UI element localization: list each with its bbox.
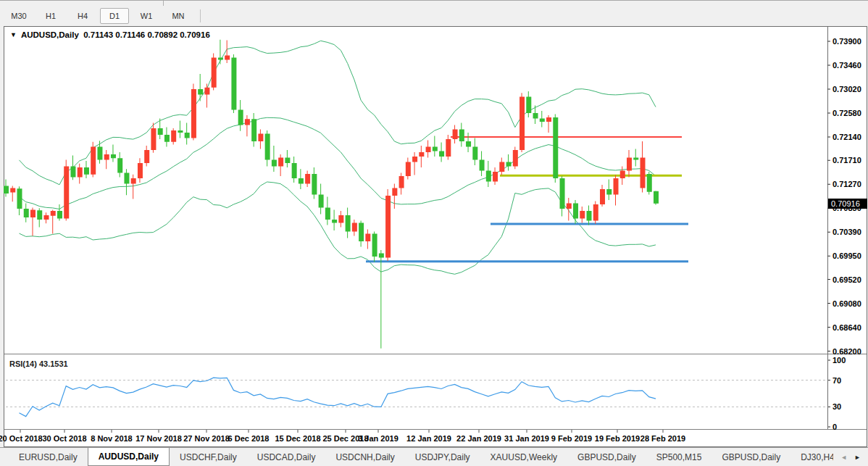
candle-body (57, 211, 62, 219)
chart-dropdown-icon[interactable]: ▼ (10, 31, 17, 38)
candle-body (84, 167, 89, 175)
timeframe-button-h1[interactable]: H1 (36, 8, 65, 24)
tab-scroll-left-icon[interactable]: ◄ (840, 454, 847, 461)
timeframe-button-m30[interactable]: M30 (4, 8, 33, 24)
date-axis-label: 6 Dec 2018 (228, 434, 270, 443)
candle-body (272, 160, 277, 167)
candle-body (587, 211, 592, 221)
candle-body (392, 188, 397, 196)
candle-body (191, 89, 196, 138)
candle-body (238, 110, 243, 125)
candle-body (593, 204, 598, 221)
chart-tab-xauusd-weekly[interactable]: XAUUSD,Weekly (480, 448, 567, 466)
price-axis-label: 0.68640 (832, 323, 861, 332)
price-axis-label: 0.69950 (832, 251, 861, 260)
timeframe-toolbar: M30H1H4D1W1MN (0, 5, 868, 26)
date-axis-label: 28 Feb 2019 (640, 434, 685, 443)
candle-body (319, 195, 324, 208)
price-axis-label: 0.72140 (832, 133, 861, 141)
date-axis-label: 15 Dec 2018 (275, 434, 321, 443)
price-axis-label: 0.71270 (832, 180, 861, 188)
candle-body (406, 162, 411, 177)
candle-body (97, 147, 102, 160)
candle-body (151, 128, 156, 150)
candle-body (231, 58, 236, 110)
candle-body (426, 147, 431, 153)
candle-body (278, 158, 283, 167)
candle-body (43, 215, 49, 220)
chart-tab-gbpusd-daily[interactable]: GBPUSD,Daily (711, 448, 790, 466)
candle-body (439, 151, 444, 157)
tab-scroll-right-icon[interactable]: ► (854, 454, 861, 461)
chart-tab-usdjpy-daily[interactable]: USDJPY,Daily (405, 448, 480, 466)
chart-tab-usdcnh-daily[interactable]: USDCNH,Daily (325, 448, 404, 466)
candle-body (372, 234, 377, 257)
candle-body (352, 223, 357, 232)
candle-body (419, 152, 424, 157)
candle-body (526, 97, 531, 114)
timeframe-button-mn[interactable]: MN (164, 8, 193, 24)
current-price-tag: 0.70916 (828, 199, 867, 209)
candle-body (117, 158, 122, 172)
candle-body (185, 133, 190, 138)
candle-body (365, 234, 370, 242)
chart-title: ▼AUDUSD,Daily 0.71143 0.71146 0.70892 0.… (10, 30, 210, 39)
candle-body (553, 117, 558, 178)
price-axis-label: 0.69520 (832, 275, 861, 284)
rsi-scale-label: 0 (832, 423, 837, 431)
candle-body (265, 134, 270, 160)
trading-terminal-window: M30H1H4D1W1MN 100703000.739000.734600.73… (0, 0, 868, 466)
candle-body (258, 134, 263, 142)
candle-body (124, 173, 129, 184)
candle-body (17, 188, 22, 209)
candle-body (212, 58, 217, 88)
candle-body (627, 158, 632, 171)
candle-body (312, 174, 317, 195)
candle-body (399, 176, 404, 188)
date-axis-label: 3 Jan 2019 (358, 434, 398, 443)
candle-body (24, 209, 29, 217)
chart-tab-strip: EURUSD,DailyAUDUSD,DailyUSDCHF,DailyUSDC… (0, 448, 833, 466)
date-axis-label: 12 Jan 2019 (406, 434, 451, 443)
chart-tab-gbpusd-daily[interactable]: GBPUSD,Daily (567, 448, 646, 466)
candle-body (654, 191, 659, 204)
chart-tab-bar: EURUSD,DailyAUDUSD,DailyUSDCHF,DailyUSDC… (0, 447, 868, 466)
timeframe-button-d1[interactable]: D1 (100, 8, 129, 24)
tab-scroll-arrows: ◄ ► (833, 448, 868, 466)
chart-tab-usdcad-daily[interactable]: USDCAD,Daily (247, 448, 326, 466)
candle-body (640, 158, 646, 188)
candle-body (245, 119, 250, 125)
chart-tab-usdchf-daily[interactable]: USDCHF,Daily (170, 448, 247, 466)
candle-body (459, 130, 464, 142)
candle-body (379, 254, 384, 258)
candle-body (332, 220, 337, 223)
candle-body (225, 56, 230, 60)
chart-tab-audusd-daily[interactable]: AUDUSD,Daily (88, 448, 170, 466)
chart-tab-sp500-m15[interactable]: SP500,M15 (646, 448, 712, 466)
candle-body (560, 178, 565, 209)
candle-body (111, 154, 116, 158)
candle-body (486, 171, 491, 182)
candle-body (37, 210, 42, 220)
candle-body (633, 158, 638, 160)
candle-body (546, 117, 551, 122)
candle-body (204, 88, 209, 95)
candle-body (91, 147, 96, 175)
candle-body (346, 215, 351, 232)
date-axis-label: 27 Nov 2018 (183, 434, 230, 443)
chart-tab-dj30-h4[interactable]: DJ30,H4 (790, 448, 833, 466)
price-axis-label: 0.72580 (832, 109, 861, 117)
chart-tab-eurusd-daily[interactable]: EURUSD,Daily (9, 448, 88, 466)
rsi-indicator-label: RSI(14) 43.1531 (9, 359, 68, 368)
chart-background (4, 27, 867, 446)
timeframe-button-h4[interactable]: H4 (68, 8, 97, 24)
chart-area[interactable]: 100703000.739000.734600.730200.725800.72… (0, 26, 868, 447)
candle-body (620, 171, 625, 179)
chart-symbol-label: AUDUSD,Daily (21, 30, 79, 39)
candle-body (614, 178, 619, 195)
candle-body (251, 119, 256, 141)
timeframe-button-w1[interactable]: W1 (132, 8, 161, 24)
price-axis-label: 0.70390 (832, 228, 861, 236)
candle-body (533, 113, 538, 119)
candle-body (499, 162, 504, 172)
